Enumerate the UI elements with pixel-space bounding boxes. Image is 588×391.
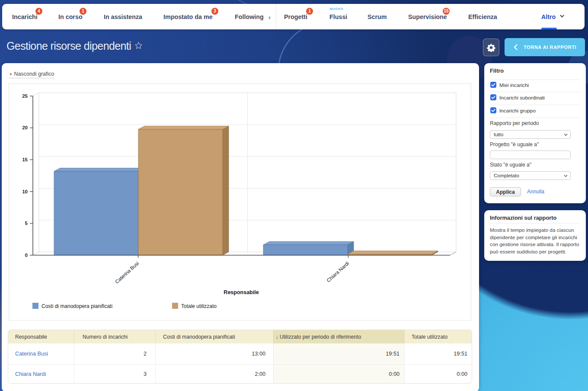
svg-text:Totale utilizzato: Totale utilizzato xyxy=(181,303,217,309)
svg-text:Costi di manodopera pianificat: Costi di manodopera pianificati xyxy=(42,303,112,309)
svg-text:25: 25 xyxy=(22,93,28,99)
svg-text:Responsabile: Responsabile xyxy=(224,289,259,295)
svg-text:0: 0 xyxy=(25,253,28,258)
svg-text:15: 15 xyxy=(22,157,28,162)
svg-text:10: 10 xyxy=(22,189,28,194)
svg-text:5: 5 xyxy=(25,221,28,226)
svg-text:20: 20 xyxy=(22,125,28,130)
